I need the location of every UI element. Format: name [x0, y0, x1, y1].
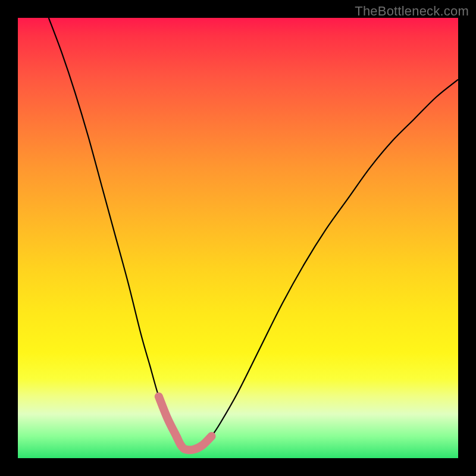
plot-area — [18, 18, 458, 458]
curve-svg — [18, 18, 458, 458]
bottleneck-curve — [49, 18, 458, 450]
watermark-text: TheBottleneck.com — [355, 4, 469, 19]
highlight-band — [159, 396, 212, 450]
chart-frame: TheBottleneck.com — [0, 0, 476, 476]
